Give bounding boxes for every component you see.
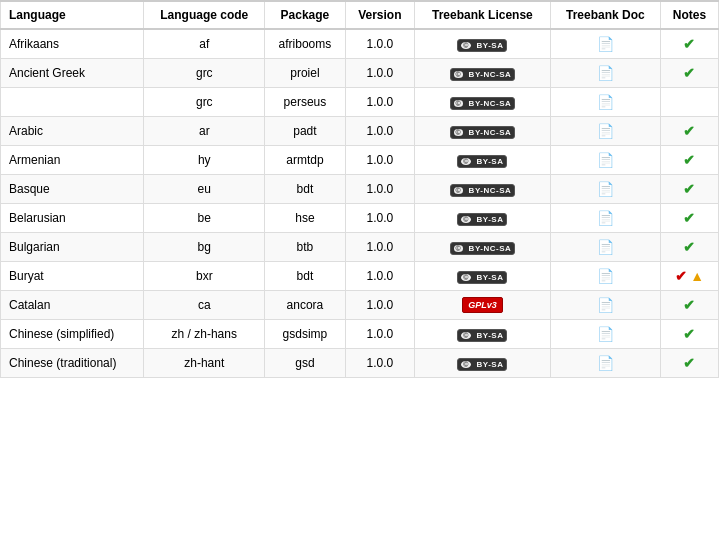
- table-row: Chinese (simplified) zh / zh-hans gsdsim…: [1, 320, 719, 349]
- cell-license: © BY-SA: [415, 262, 551, 291]
- cell-notes: ✔: [660, 175, 718, 204]
- cell-language: Arabic: [1, 117, 144, 146]
- doc-icon: 📄: [597, 326, 614, 342]
- check-icon: ✔: [683, 355, 695, 371]
- cell-doc: 📄: [550, 233, 660, 262]
- table-row: Armenian hy armtdp 1.0.0 © BY-SA 📄 ✔: [1, 146, 719, 175]
- cell-doc: 📄: [550, 262, 660, 291]
- cell-code: bxr: [144, 262, 265, 291]
- cell-license: © BY-SA: [415, 146, 551, 175]
- cell-version: 1.0.0: [345, 349, 415, 378]
- cell-version: 1.0.0: [345, 291, 415, 320]
- cell-language: Armenian: [1, 146, 144, 175]
- cell-doc: 📄: [550, 117, 660, 146]
- table-row: Catalan ca ancora 1.0.0 GPLv3 📄 ✔: [1, 291, 719, 320]
- cell-license: © BY-NC-SA: [415, 233, 551, 262]
- col-header-language: Language: [1, 1, 144, 29]
- cell-code: af: [144, 29, 265, 59]
- col-header-doc: Treebank Doc: [550, 1, 660, 29]
- cell-language: Chinese (simplified): [1, 320, 144, 349]
- doc-icon: 📄: [597, 268, 614, 284]
- cell-code: zh-hant: [144, 349, 265, 378]
- col-header-notes: Notes: [660, 1, 718, 29]
- table-row: grc perseus 1.0.0 © BY-NC-SA 📄: [1, 88, 719, 117]
- cell-code: ar: [144, 117, 265, 146]
- cell-notes: ✔: [660, 117, 718, 146]
- cell-package: proiel: [265, 59, 345, 88]
- cell-license: © BY-NC-SA: [415, 117, 551, 146]
- cell-doc: 📄: [550, 175, 660, 204]
- cell-notes: ✔ ▲: [660, 262, 718, 291]
- cell-version: 1.0.0: [345, 262, 415, 291]
- cell-license: © BY-SA: [415, 349, 551, 378]
- doc-icon: 📄: [597, 36, 614, 52]
- cell-notes: ✔: [660, 29, 718, 59]
- col-header-language-code: Language code: [144, 1, 265, 29]
- cell-notes: ✔: [660, 146, 718, 175]
- table-row: Belarusian be hse 1.0.0 © BY-SA 📄 ✔: [1, 204, 719, 233]
- cell-package: perseus: [265, 88, 345, 117]
- cell-doc: 📄: [550, 59, 660, 88]
- cell-version: 1.0.0: [345, 29, 415, 59]
- cell-version: 1.0.0: [345, 204, 415, 233]
- main-table: Language Language code Package Version T…: [0, 0, 719, 378]
- table-row: Bulgarian bg btb 1.0.0 © BY-NC-SA 📄 ✔: [1, 233, 719, 262]
- cell-license: © BY-SA: [415, 320, 551, 349]
- cell-package: armtdp: [265, 146, 345, 175]
- cell-doc: 📄: [550, 320, 660, 349]
- cell-code: grc: [144, 88, 265, 117]
- cell-doc: 📄: [550, 291, 660, 320]
- cell-language: Basque: [1, 175, 144, 204]
- cell-package: afribooms: [265, 29, 345, 59]
- doc-icon: 📄: [597, 297, 614, 313]
- cell-version: 1.0.0: [345, 59, 415, 88]
- cell-doc: 📄: [550, 204, 660, 233]
- cell-notes: [660, 88, 718, 117]
- cell-license: © BY-SA: [415, 29, 551, 59]
- check-icon: ✔: [683, 65, 695, 81]
- table-row: Ancient Greek grc proiel 1.0.0 © BY-NC-S…: [1, 59, 719, 88]
- cell-code: bg: [144, 233, 265, 262]
- cell-package: hse: [265, 204, 345, 233]
- cell-package: gsd: [265, 349, 345, 378]
- cell-version: 1.0.0: [345, 175, 415, 204]
- cell-license: © BY-SA: [415, 204, 551, 233]
- cell-language: Bulgarian: [1, 233, 144, 262]
- cell-package: bdt: [265, 262, 345, 291]
- check-icon: ✔: [683, 239, 695, 255]
- doc-icon: 📄: [597, 123, 614, 139]
- check-icon: ✔: [683, 123, 695, 139]
- cell-package: ancora: [265, 291, 345, 320]
- cell-language: [1, 88, 144, 117]
- cell-license: © BY-NC-SA: [415, 88, 551, 117]
- cell-code: hy: [144, 146, 265, 175]
- cell-version: 1.0.0: [345, 146, 415, 175]
- cell-code: ca: [144, 291, 265, 320]
- cell-version: 1.0.0: [345, 117, 415, 146]
- cell-notes: ✔: [660, 291, 718, 320]
- check-icon: ✔: [683, 181, 695, 197]
- cell-language: Chinese (traditional): [1, 349, 144, 378]
- cell-package: gsdsimp: [265, 320, 345, 349]
- doc-icon: 📄: [597, 355, 614, 371]
- cell-doc: 📄: [550, 29, 660, 59]
- col-header-package: Package: [265, 1, 345, 29]
- cell-language: Belarusian: [1, 204, 144, 233]
- cell-version: 1.0.0: [345, 88, 415, 117]
- table-row: Buryat bxr bdt 1.0.0 © BY-SA 📄 ✔ ▲: [1, 262, 719, 291]
- doc-icon: 📄: [597, 65, 614, 81]
- cell-package: btb: [265, 233, 345, 262]
- cell-code: eu: [144, 175, 265, 204]
- check-icon: ✔: [683, 152, 695, 168]
- error-icon: ✔: [675, 268, 687, 284]
- cell-version: 1.0.0: [345, 320, 415, 349]
- check-icon: ✔: [683, 210, 695, 226]
- doc-icon: 📄: [597, 94, 614, 110]
- cell-code: grc: [144, 59, 265, 88]
- table-row: Arabic ar padt 1.0.0 © BY-NC-SA 📄 ✔: [1, 117, 719, 146]
- cell-language: Afrikaans: [1, 29, 144, 59]
- cell-code: be: [144, 204, 265, 233]
- cell-notes: ✔: [660, 349, 718, 378]
- cell-license: © BY-NC-SA: [415, 59, 551, 88]
- cell-package: padt: [265, 117, 345, 146]
